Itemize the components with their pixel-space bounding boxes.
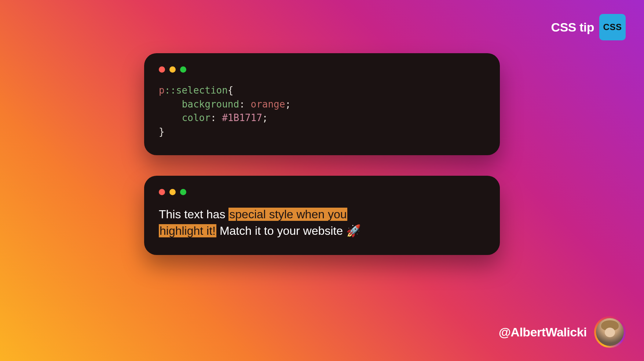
code-prop-background: background bbox=[182, 99, 239, 110]
minimize-icon bbox=[169, 66, 176, 73]
code-card: p::selection{ background: orange; color:… bbox=[144, 53, 500, 155]
maximize-icon bbox=[180, 189, 186, 195]
code-prop-color: color bbox=[182, 112, 211, 123]
header-title: CSS tip bbox=[551, 20, 594, 34]
avatar-ring[interactable] bbox=[594, 316, 626, 348]
code-pseudo: ::selection bbox=[165, 85, 228, 96]
avatar bbox=[596, 318, 624, 346]
footer: @AlbertWalicki bbox=[499, 316, 626, 348]
maximize-icon bbox=[180, 66, 186, 73]
code-brace-close: } bbox=[159, 126, 165, 137]
code-block: p::selection{ background: orange; color:… bbox=[159, 84, 485, 139]
rocket-icon: 🚀 bbox=[346, 224, 361, 237]
header-badge: CSS tip CSS bbox=[551, 14, 626, 40]
demo-text-before: This text has bbox=[159, 208, 228, 221]
code-val-hex: #1B1717 bbox=[222, 112, 262, 123]
close-icon bbox=[159, 189, 165, 195]
window-controls bbox=[159, 66, 485, 73]
demo-highlight-1: special style when you bbox=[228, 208, 347, 221]
css-badge-icon: CSS bbox=[599, 14, 626, 40]
demo-highlight-2: highlight it! bbox=[159, 224, 216, 237]
demo-card: This text has special style when you hig… bbox=[144, 176, 500, 255]
author-handle[interactable]: @AlbertWalicki bbox=[499, 325, 587, 339]
close-icon bbox=[159, 66, 165, 73]
window-controls bbox=[159, 189, 485, 195]
demo-paragraph: This text has special style when you hig… bbox=[159, 206, 485, 239]
content-stack: p::selection{ background: orange; color:… bbox=[144, 53, 500, 255]
css-badge-label: CSS bbox=[603, 22, 622, 32]
code-val-orange: orange bbox=[250, 99, 285, 110]
minimize-icon bbox=[169, 189, 176, 195]
code-selector: p bbox=[159, 85, 165, 96]
code-brace-open: { bbox=[228, 85, 234, 96]
demo-text-after: Match it to your website bbox=[216, 224, 346, 237]
